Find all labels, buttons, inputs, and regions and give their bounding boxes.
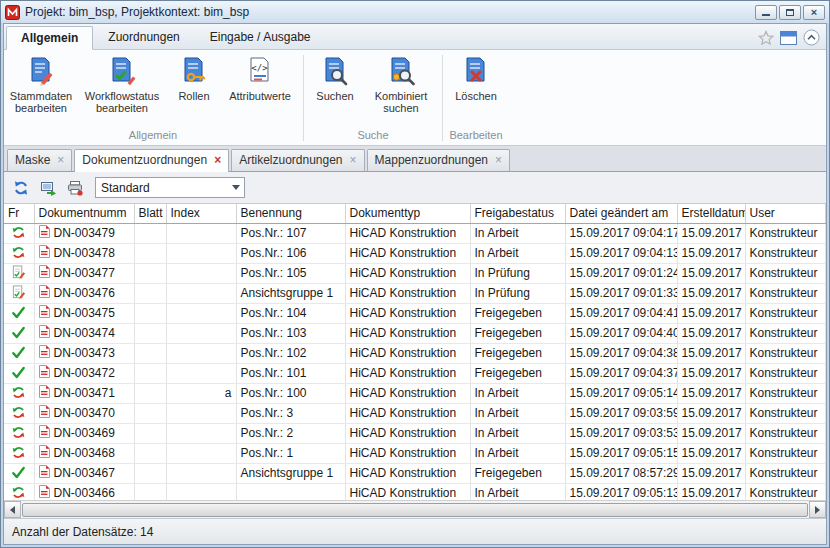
ribbon-tab-zuordnungen[interactable]: Zuordnungen (93, 25, 194, 49)
cell-benennung: Pos.Nr.: 2 (236, 423, 345, 443)
maximize-button[interactable] (779, 5, 801, 20)
column-header-4[interactable]: Benennung (236, 204, 345, 223)
column-header-2[interactable]: Blatt (134, 204, 166, 223)
workflow-status-icon (11, 449, 26, 463)
stammdaten-bearbeiten-button[interactable]: Stammdaten bearbeiten (6, 54, 76, 116)
ribbon-group-bearbeiten: Löschen Bearbeiten (446, 52, 506, 145)
chevron-down-icon (228, 178, 244, 197)
close-tab-icon[interactable]: × (495, 154, 502, 166)
table-row[interactable]: DN-003467Ansichtsgruppe 1HiCAD Konstrukt… (4, 463, 826, 483)
cell-dokumentnummer: DN-003475 (34, 303, 134, 323)
attributwerte-button[interactable]: </> Attributwerte (220, 54, 300, 104)
close-tab-icon[interactable]: × (350, 154, 357, 166)
cell-user: Konstrukteur (745, 423, 826, 443)
kombiniert-suchen-button[interactable]: Kombiniert suchen (363, 54, 439, 116)
column-header-1[interactable]: Dokumentnumm (34, 204, 134, 223)
cell-user: Konstrukteur (745, 443, 826, 463)
minimize-button[interactable] (755, 5, 777, 20)
table-row[interactable]: DN-003471aPos.Nr.: 100HiCAD Konstruktion… (4, 383, 826, 403)
cell-freigabestatus: In Arbeit (470, 423, 565, 443)
cell-blatt (134, 303, 166, 323)
cell-blatt (134, 463, 166, 483)
table-row[interactable]: DN-003479Pos.Nr.: 107HiCAD KonstruktionI… (4, 223, 826, 243)
table-row[interactable]: DN-003468Pos.Nr.: 1HiCAD KonstruktionIn … (4, 443, 826, 463)
cell-datei-geaendert-am: 15.09.2017 09:05:13 (565, 483, 677, 500)
table-row[interactable]: DN-003470Pos.Nr.: 3HiCAD KonstruktionIn … (4, 403, 826, 423)
refresh-icon[interactable] (10, 177, 32, 199)
cell-workflow-status (4, 383, 34, 403)
table-row[interactable]: DN-003469Pos.Nr.: 2HiCAD KonstruktionIn … (4, 423, 826, 443)
column-header-5[interactable]: Dokumenttyp (345, 204, 470, 223)
cell-freigabestatus: In Prüfung (470, 283, 565, 303)
document-icon (39, 405, 50, 421)
tab-maske[interactable]: Maske × (7, 149, 72, 171)
ribbon-tab-allgemein[interactable]: Allgemein (6, 26, 93, 50)
table-row[interactable]: DN-003478Pos.Nr.: 106HiCAD KonstruktionI… (4, 243, 826, 263)
cell-workflow-status (4, 343, 34, 363)
cell-erstelldatum: 15.09.2017 (677, 283, 745, 303)
column-header-3[interactable]: Index (166, 204, 236, 223)
cell-index: a (166, 383, 236, 403)
table-row[interactable]: DN-003474Pos.Nr.: 103HiCAD KonstruktionF… (4, 323, 826, 343)
workflow-status-icon (11, 369, 26, 383)
cell-blatt (134, 223, 166, 243)
result-table-area: FrDokumentnummBlattIndexBenennungDokumen… (4, 204, 826, 500)
scroll-right-button[interactable] (809, 501, 826, 518)
table-row[interactable]: DN-003466HiCAD KonstruktionIn Arbeit15.0… (4, 483, 826, 500)
close-button[interactable]: × (803, 5, 825, 20)
ribbon-group-separator (442, 55, 443, 141)
document-icon (39, 225, 50, 241)
cell-user: Konstrukteur (745, 303, 826, 323)
tab-artikelzuordnungen[interactable]: Artikelzuordnungen × (231, 149, 364, 171)
rollen-button[interactable]: Rollen (168, 54, 220, 104)
group-caption-allgemein: Allgemein (6, 128, 300, 145)
suchen-button[interactable]: Suchen (307, 54, 363, 104)
result-list-preset-select[interactable]: Standard (95, 177, 245, 198)
ribbon-tab-eingabe-ausgabe[interactable]: Eingabe / Ausgabe (195, 25, 326, 49)
column-header-8[interactable]: Erstelldatum (677, 204, 745, 223)
cell-blatt (134, 323, 166, 343)
tab-mappenzuordnungen[interactable]: Mappenzuordnungen × (367, 149, 510, 171)
close-icon: × (811, 7, 817, 18)
cell-dokumenttyp: HiCAD Konstruktion (345, 443, 470, 463)
print-icon[interactable] (64, 177, 86, 199)
document-icon (39, 245, 50, 261)
table-row[interactable]: DN-003475Pos.Nr.: 104HiCAD KonstruktionF… (4, 303, 826, 323)
title-bar[interactable]: Projekt: bim_bsp, Projektkontext: bim_bs… (1, 1, 829, 23)
transfer-icon[interactable] (37, 177, 59, 199)
scroll-left-button[interactable] (4, 501, 21, 518)
table-row[interactable]: DN-003476Ansichtsgruppe 1HiCAD Konstrukt… (4, 283, 826, 303)
result-toolbar: Standard (4, 172, 826, 204)
document-icon (39, 325, 50, 341)
close-tab-icon[interactable]: × (214, 154, 221, 166)
cell-erstelldatum: 15.09.2017 (677, 443, 745, 463)
favorite-star-icon[interactable] (758, 30, 774, 46)
table-row[interactable]: DN-003473Pos.Nr.: 102HiCAD KonstruktionF… (4, 343, 826, 363)
cell-blatt (134, 263, 166, 283)
cell-user: Konstrukteur (745, 223, 826, 243)
column-header-7[interactable]: Datei geändert am (565, 204, 677, 223)
close-tab-icon[interactable]: × (57, 154, 64, 166)
cell-workflow-status (4, 223, 34, 243)
workflow-status-icon (11, 489, 26, 501)
cell-erstelldatum: 15.09.2017 (677, 463, 745, 483)
scrollbar-thumb[interactable] (22, 503, 808, 517)
table-row[interactable]: DN-003472Pos.Nr.: 101HiCAD KonstruktionF… (4, 363, 826, 383)
table-row[interactable]: DN-003477Pos.Nr.: 105HiCAD KonstruktionI… (4, 263, 826, 283)
cell-freigabestatus: Freigegeben (470, 363, 565, 383)
cell-index (166, 463, 236, 483)
ribbon-group-separator (303, 55, 304, 141)
workflowstatus-bearbeiten-button[interactable]: Workflowstatus bearbeiten (76, 54, 168, 116)
cell-index (166, 343, 236, 363)
tab-dokumentzuordnungen[interactable]: Dokumentzuordnungen × (74, 149, 229, 172)
cell-dokumenttyp: HiCAD Konstruktion (345, 363, 470, 383)
column-header-9[interactable]: User (745, 204, 826, 223)
collapse-ribbon-icon[interactable] (803, 29, 820, 46)
horizontal-scrollbar[interactable] (4, 500, 826, 518)
column-header-6[interactable]: Freigabestatus (470, 204, 565, 223)
loeschen-button[interactable]: Löschen (446, 54, 506, 104)
cell-index (166, 283, 236, 303)
layout-icon[interactable] (780, 31, 797, 45)
column-header-0[interactable]: Fr (4, 204, 34, 223)
delete-icon (461, 56, 491, 86)
